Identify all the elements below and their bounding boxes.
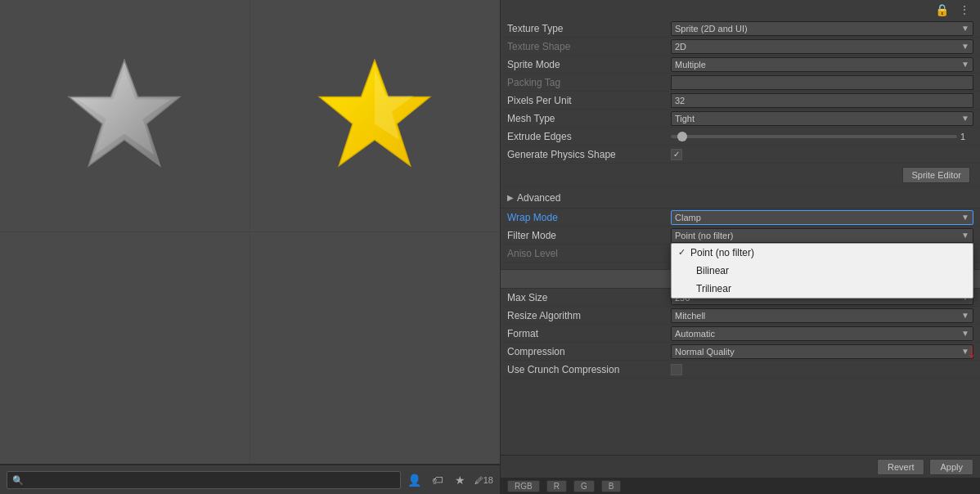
sprite-mode-value[interactable]: Multiple ▼ (671, 57, 973, 72)
texture-shape-label: Texture Shape (507, 41, 671, 52)
filter-option-bilinear[interactable]: Bilinear (672, 262, 973, 280)
filter-mode-dropdown[interactable]: Point (no filter) ▼ (671, 228, 973, 243)
filter-mode-popup: ✓ Point (no filter) Bilinear Trilinear (671, 243, 973, 299)
texture-type-value[interactable]: Sprite (2D and UI) ▼ (671, 21, 973, 36)
sprite-mode-dropdown[interactable]: Multiple ▼ (671, 57, 973, 72)
advanced-arrow-icon: ▶ (507, 193, 514, 202)
extrude-edges-thumb[interactable] (677, 132, 687, 141)
packing-tag-label: Packing Tag (507, 77, 671, 88)
compression-dropdown[interactable]: Normal Quality ▼ (671, 344, 973, 359)
wrap-mode-value[interactable]: Clamp ▼ (671, 210, 973, 225)
extrude-edges-row: Extrude Edges 1 (501, 128, 980, 146)
packing-tag-input[interactable] (671, 75, 973, 90)
pixels-per-unit-label: Pixels Per Unit (507, 95, 671, 106)
mesh-type-value[interactable]: Tight ▼ (671, 111, 973, 126)
b-button[interactable]: B (601, 480, 622, 492)
wrap-mode-row: Wrap Mode Clamp ▼ (501, 209, 980, 227)
preview-cell-yellow (250, 0, 501, 232)
bottom-toolbar: Revert Apply (501, 455, 980, 478)
resize-algo-row: Resize Algorithm Mitchell ▼ (501, 307, 980, 325)
inspector-scroll[interactable]: Texture Type Sprite (2D and UI) ▼ Textur… (501, 20, 980, 455)
badge-count: 🖉18 (474, 475, 493, 485)
preview-panel: 👤 🏷 ★ 🖉18 (0, 0, 501, 494)
generate-physics-checkbox[interactable] (671, 149, 682, 160)
format-text: Automatic (675, 329, 715, 339)
compression-value[interactable]: Normal Quality ▼ (671, 344, 973, 359)
format-dropdown[interactable]: Automatic ▼ (671, 326, 973, 341)
texture-shape-text: 2D (675, 42, 686, 52)
texture-shape-row: Texture Shape 2D ▼ (501, 38, 980, 56)
wrap-mode-text: Clamp (675, 213, 701, 222)
advanced-section-header[interactable]: ▶ Advanced (501, 187, 980, 209)
pixels-per-unit-input[interactable] (671, 93, 973, 108)
search-input[interactable] (7, 471, 401, 489)
texture-shape-value[interactable]: 2D ▼ (671, 39, 973, 54)
filter-mode-arrow: ▼ (961, 231, 969, 240)
format-row: Format Automatic ▼ (501, 325, 980, 343)
resize-algo-arrow: ▼ (961, 311, 969, 320)
bottom-color-bar: RGB R G B (501, 478, 980, 494)
tag-icon[interactable]: 🏷 (429, 471, 447, 489)
wrap-mode-dropdown[interactable]: Clamp ▼ (671, 210, 973, 225)
filter-option-bilinear-label: Bilinear (696, 265, 729, 276)
crunch-compression-value[interactable] (671, 364, 973, 375)
g-button[interactable]: G (573, 480, 595, 492)
texture-type-text: Sprite (2D and UI) (675, 24, 748, 34)
mesh-type-text: Tight (675, 114, 695, 124)
filter-option-point-label: Point (no filter) (690, 247, 754, 258)
texture-type-row: Texture Type Sprite (2D and UI) ▼ (501, 20, 980, 38)
crunch-compression-checkbox[interactable] (671, 364, 682, 375)
sprite-mode-label: Sprite Mode (507, 59, 671, 70)
packing-tag-value[interactable] (671, 75, 973, 90)
extrude-edges-value: 1 (671, 132, 973, 141)
texture-shape-dropdown[interactable]: 2D ▼ (671, 39, 973, 54)
star-icon[interactable]: ★ (452, 471, 470, 489)
format-value[interactable]: Automatic ▼ (671, 326, 973, 341)
r-button[interactable]: R (546, 480, 567, 492)
mesh-type-dropdown[interactable]: Tight ▼ (671, 111, 973, 126)
kebab-icon[interactable]: ⋮ (955, 1, 973, 19)
rgb-button[interactable]: RGB (507, 480, 540, 492)
filter-option-point[interactable]: ✓ Point (no filter) (672, 244, 973, 262)
wrap-mode-arrow: ▼ (961, 213, 969, 222)
generate-physics-value[interactable] (671, 149, 973, 160)
format-arrow: ▼ (961, 329, 969, 338)
crunch-compression-label: Use Crunch Compression (507, 364, 671, 375)
star-silver-svg (63, 54, 186, 177)
filter-mode-value[interactable]: Point (no filter) ▼ ✓ Point (no filter) (671, 228, 973, 243)
apply-button[interactable]: Apply (929, 459, 973, 475)
filter-mode-text: Point (no filter) (675, 231, 734, 240)
sprite-editor-button[interactable]: Sprite Editor (902, 167, 970, 183)
inspector-top-bar: 🔒 ⋮ (501, 0, 980, 20)
preview-cell-silver (0, 0, 250, 232)
filter-mode-label: Filter Mode (507, 230, 671, 241)
texture-shape-arrow: ▼ (961, 42, 969, 51)
aniso-level-label: Aniso Level (507, 248, 671, 259)
person-icon[interactable]: 👤 (406, 471, 424, 489)
compression-row: ➤ Compression Normal Quality ▼ (501, 343, 980, 361)
filter-mode-row: ➤ Filter Mode Point (no filter) ▼ ✓ Poin… (501, 227, 980, 245)
mesh-type-row: Mesh Type Tight ▼ (501, 110, 980, 128)
check-icon: ✓ (678, 247, 686, 258)
filter-option-trilinear[interactable]: Trilinear (672, 280, 973, 298)
mesh-type-arrow: ▼ (961, 114, 969, 123)
resize-algo-value[interactable]: Mitchell ▼ (671, 308, 973, 323)
compression-arrow: ▼ (961, 347, 969, 356)
texture-type-dropdown[interactable]: Sprite (2D and UI) ▼ (671, 21, 973, 36)
mesh-type-label: Mesh Type (507, 113, 671, 124)
wrap-mode-label: Wrap Mode (507, 212, 671, 223)
preview-cell-bottom-left (0, 232, 250, 465)
pixels-per-unit-value[interactable] (671, 93, 973, 108)
max-size-label: Max Size (507, 292, 671, 303)
texture-type-arrow: ▼ (961, 24, 969, 33)
extrude-edges-label: Extrude Edges (507, 131, 671, 142)
revert-button[interactable]: Revert (877, 459, 924, 475)
extrude-edges-slider[interactable] (671, 135, 957, 138)
packing-tag-row: Packing Tag (501, 74, 980, 92)
crunch-compression-row: Use Crunch Compression (501, 361, 980, 379)
resize-algo-dropdown[interactable]: Mitchell ▼ (671, 308, 973, 323)
star-yellow-svg (313, 54, 436, 177)
resize-algo-label: Resize Algorithm (507, 310, 671, 321)
compression-text: Normal Quality (675, 347, 735, 357)
lock-icon[interactable]: 🔒 (933, 1, 951, 19)
